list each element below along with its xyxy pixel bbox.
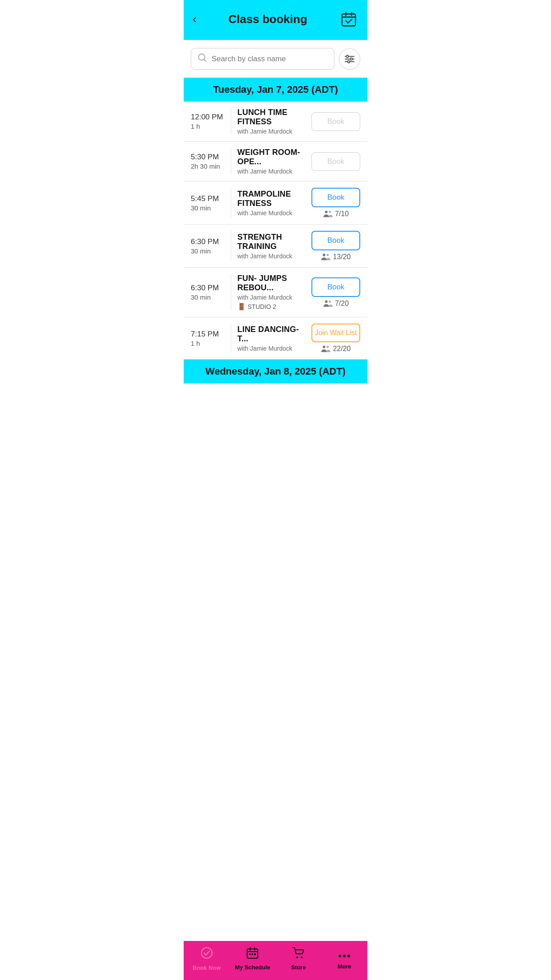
svg-point-10 (350, 58, 353, 60)
class-action: Book 7/20 (311, 274, 360, 311)
svg-point-19 (327, 346, 329, 348)
nav-label-my-schedule: My Schedule (235, 964, 270, 971)
bottom-nav: Book Now My Schedule Store (184, 941, 367, 980)
svg-point-28 (296, 956, 298, 958)
book-button[interactable]: Book (311, 231, 360, 250)
class-action: Book (311, 148, 360, 175)
class-action: Book 13/20 (311, 231, 360, 261)
svg-point-13 (329, 211, 331, 213)
people-icon (323, 300, 333, 308)
page-title: Class booking (197, 12, 339, 26)
dots-icon (338, 948, 351, 961)
table-row: 5:30 PM 2h 30 min WEIGHT ROOM- OPE... wi… (184, 142, 367, 182)
location-icon: 🚪 (237, 303, 246, 311)
svg-rect-25 (249, 953, 251, 955)
svg-point-16 (325, 300, 327, 303)
class-action: Join Wait List 22/20 (311, 324, 360, 353)
class-info: TRAMPOLINE FITNESS with Jamie Murdock (231, 188, 311, 218)
table-row: 6:30 PM 30 min STRENGTH TRAINING with Ja… (184, 225, 367, 268)
capacity-info: 13/20 (321, 253, 350, 261)
search-area (184, 40, 367, 74)
book-button[interactable]: Book (311, 188, 360, 207)
class-time: 5:30 PM 2h 30 min (191, 148, 231, 175)
class-info: LUNCH TIME FITNESS with Jamie Murdock (231, 108, 311, 135)
class-info: FUN- JUMPS REBOU... with Jamie Murdock 🚪… (231, 274, 311, 311)
capacity-info: 7/10 (323, 210, 349, 218)
table-row: 6:30 PM 30 min FUN- JUMPS REBOU... with … (184, 268, 367, 317)
waitlist-button[interactable]: Join Wait List (311, 324, 360, 342)
table-row: 7:15 PM 1 h LINE DANCING- T... with Jami… (184, 317, 367, 360)
nav-label-book-now: Book Now (193, 964, 221, 971)
capacity-info: 22/20 (321, 345, 350, 353)
app-header: ‹ Class booking (184, 0, 367, 40)
filter-button[interactable] (339, 48, 360, 70)
nav-item-my-schedule[interactable]: My Schedule (235, 947, 270, 971)
cart-icon (292, 947, 305, 962)
calendar-button[interactable] (339, 9, 358, 29)
svg-point-30 (338, 955, 341, 957)
svg-point-18 (323, 346, 326, 348)
svg-point-29 (301, 956, 303, 958)
search-input[interactable] (212, 55, 328, 63)
class-time: 6:30 PM 30 min (191, 231, 231, 261)
sliders-icon (344, 54, 355, 64)
circle-check-icon (200, 946, 213, 963)
back-button[interactable]: ‹ (193, 13, 197, 25)
calendar-check-icon (341, 11, 357, 27)
book-button[interactable]: Book (311, 277, 360, 297)
svg-point-11 (348, 60, 350, 63)
class-time: 6:30 PM 30 min (191, 274, 231, 311)
book-button[interactable]: Book (311, 112, 360, 131)
svg-point-9 (346, 55, 349, 57)
search-box[interactable] (191, 48, 335, 70)
svg-point-31 (343, 955, 346, 957)
svg-rect-26 (252, 953, 253, 955)
svg-point-17 (329, 300, 331, 303)
class-location: 🚪 STUDIO 2 (237, 303, 307, 311)
date-band-tuesday: Tuesday, Jan 7, 2025 (ADT) (184, 78, 367, 102)
people-icon (321, 253, 331, 261)
capacity-info: 7/20 (323, 300, 349, 308)
class-info: WEIGHT ROOM- OPE... with Jamie Murdock (231, 148, 311, 175)
nav-item-store[interactable]: Store (281, 947, 316, 971)
people-icon (323, 210, 333, 218)
class-time: 5:45 PM 30 min (191, 188, 231, 218)
table-row: 12:00 PM 1 h LUNCH TIME FITNESS with Jam… (184, 102, 367, 142)
svg-point-12 (325, 211, 327, 213)
search-icon (197, 53, 207, 65)
class-action: Book (311, 108, 360, 135)
svg-rect-0 (342, 14, 356, 26)
class-time: 12:00 PM 1 h (191, 108, 231, 135)
svg-point-32 (347, 955, 350, 957)
svg-point-15 (327, 254, 329, 256)
book-button[interactable]: Book (311, 152, 360, 171)
people-icon (321, 345, 331, 353)
svg-rect-27 (254, 953, 256, 955)
nav-item-more[interactable]: More (327, 948, 362, 970)
class-action: Book 7/10 (311, 188, 360, 218)
class-list: 12:00 PM 1 h LUNCH TIME FITNESS with Jam… (184, 102, 367, 360)
nav-label-store: Store (291, 964, 306, 971)
svg-line-5 (204, 59, 206, 62)
nav-label-more: More (338, 963, 351, 970)
table-row: 5:45 PM 30 min TRAMPOLINE FITNESS with J… (184, 182, 367, 225)
calendar-icon (246, 947, 259, 962)
class-info: STRENGTH TRAINING with Jamie Murdock (231, 231, 311, 261)
date-band-wednesday: Wednesday, Jan 8, 2025 (ADT) (184, 360, 367, 383)
class-info: LINE DANCING- T... with Jamie Murdock (231, 324, 311, 353)
svg-point-20 (201, 948, 212, 958)
class-time: 7:15 PM 1 h (191, 324, 231, 353)
nav-item-book-now[interactable]: Book Now (189, 946, 224, 971)
svg-point-14 (323, 254, 326, 257)
